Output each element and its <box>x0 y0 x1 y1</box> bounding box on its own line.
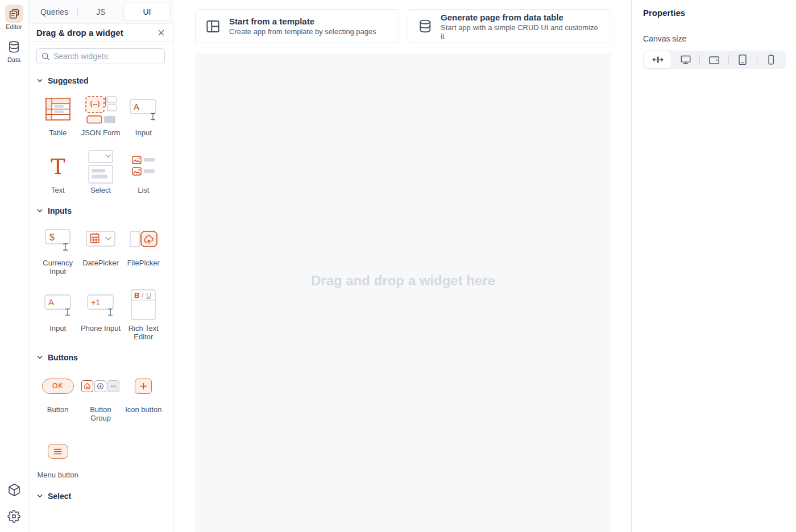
libraries-box-icon[interactable] <box>5 481 23 499</box>
ok-label: OK <box>52 382 63 390</box>
widget-sections: Suggested Table <box>28 64 173 532</box>
widget-input[interactable]: A Input <box>122 93 165 138</box>
button-widget-icon: OK <box>42 369 74 402</box>
widget-rich-text-editor[interactable]: B / U Rich Text Editor <box>122 288 165 341</box>
widget-select[interactable]: Select <box>79 150 122 195</box>
widget-text[interactable]: T Text <box>36 150 79 195</box>
widget-label: FilePicker <box>127 259 160 268</box>
section-label: Buttons <box>48 353 78 362</box>
table-widget-icon <box>42 93 74 126</box>
canvas-size-segmented-control <box>643 51 786 69</box>
search-input[interactable] <box>53 52 160 61</box>
widget-label: Input <box>49 325 66 333</box>
card-text: Generate page from data table Start app … <box>441 13 601 40</box>
input-widget-icon: A <box>127 93 159 126</box>
canvas-size-mobile-button[interactable] <box>757 51 785 68</box>
template-layout-icon <box>205 19 221 34</box>
widget-table[interactable]: Table <box>36 93 79 138</box>
svg-text:B: B <box>134 291 139 300</box>
canvas-dropzone[interactable]: Drag and drop a widget here <box>195 53 611 532</box>
editor-pages-icon <box>5 5 23 23</box>
widget-button[interactable]: OK Button <box>36 369 79 422</box>
sidebar-item-label: Editor <box>6 23 22 30</box>
widget-json-form[interactable]: JSON Form <box>79 93 122 138</box>
chevron-down-icon <box>36 493 43 500</box>
main-area: Start from a template Create app from te… <box>173 0 631 532</box>
card-subtitle: Start app with a simple CRUD UI and cust… <box>441 23 601 40</box>
widget-label: JSON Form <box>81 129 121 138</box>
json-form-widget-icon <box>84 93 118 126</box>
canvas-size-tablet-landscape-button[interactable] <box>700 51 728 68</box>
list-widget-icon <box>127 150 159 183</box>
widget-datepicker[interactable]: DatePicker <box>79 223 122 276</box>
widget-label: Icon button <box>125 406 161 414</box>
svg-text:/: / <box>142 291 144 300</box>
widget-input-2[interactable]: A Input <box>36 288 79 341</box>
widget-grid-inputs: $ Currency Input <box>36 223 165 341</box>
icon-button-widget-icon <box>135 369 152 402</box>
menu-button-widget-icon <box>48 435 68 468</box>
home-icon <box>81 380 93 392</box>
card-title: Generate page from data table <box>441 13 601 22</box>
widget-panel: Queries JS UI Drag & drop a widget Su <box>28 0 173 532</box>
datepicker-widget-icon <box>85 223 117 256</box>
svg-text:$: $ <box>49 232 55 242</box>
section-header-buttons[interactable]: Buttons <box>36 353 165 362</box>
canvas-size-fluid-button[interactable] <box>644 51 671 68</box>
left-rail: Editor Data <box>0 0 28 532</box>
sidebar-item-data[interactable]: Data <box>5 38 23 63</box>
widget-label: Button Group <box>79 406 122 422</box>
widget-label: DatePicker <box>82 259 119 268</box>
sidebar-item-label: Data <box>7 56 20 63</box>
canvas-size-desktop-button[interactable] <box>671 51 699 68</box>
properties-panel: Properties Canvas size <box>631 0 796 532</box>
widget-filepicker[interactable]: FilePicker <box>122 223 165 276</box>
sidebar-item-editor[interactable]: Editor <box>5 5 23 30</box>
settings-gear-icon[interactable] <box>5 507 23 525</box>
section-header-select[interactable]: Select <box>36 492 165 501</box>
tablet-landscape-icon <box>708 53 720 66</box>
tab-queries[interactable]: Queries <box>31 3 77 20</box>
start-from-template-card[interactable]: Start from a template Create app from te… <box>195 9 399 43</box>
widget-icon-button[interactable]: Icon button <box>122 369 165 422</box>
desktop-icon <box>679 53 692 66</box>
button-group-widget-icon <box>81 369 119 402</box>
app-root: Editor Data <box>0 0 796 532</box>
canvas-size-label: Canvas size <box>643 34 786 43</box>
tab-ui[interactable]: UI <box>124 3 170 20</box>
section-label: Suggested <box>48 76 89 85</box>
canvas-size-tablet-button[interactable] <box>729 51 757 68</box>
fluid-width-icon <box>652 53 664 66</box>
widget-menu-button[interactable]: Menu button <box>36 435 79 480</box>
card-title: Start from a template <box>229 16 376 26</box>
chevron-down-icon <box>36 77 43 84</box>
card-subtitle: Create app from template by selecting pa… <box>229 27 376 36</box>
tablet-icon <box>736 53 749 66</box>
properties-title: Properties <box>643 8 786 18</box>
section-header-inputs[interactable]: Inputs <box>36 206 165 215</box>
filepicker-widget-icon <box>127 223 159 256</box>
widget-label: Phone Input <box>81 325 121 333</box>
widget-currency-input[interactable]: $ Currency Input <box>36 223 79 276</box>
widget-phone-input[interactable]: +1 Phone Input <box>79 288 122 341</box>
hamburger-icon <box>53 448 62 455</box>
panel-title: Drag & drop a widget <box>36 28 123 38</box>
tab-js[interactable]: JS <box>78 3 124 20</box>
widget-label: List <box>138 186 149 195</box>
svg-text:A: A <box>134 102 139 111</box>
panel-header: Drag & drop a widget <box>28 24 173 41</box>
widget-search <box>36 48 165 64</box>
close-icon[interactable] <box>157 29 165 36</box>
section-label: Select <box>48 492 71 501</box>
currency-input-widget-icon: $ <box>42 223 74 256</box>
widget-list[interactable]: List <box>122 150 165 195</box>
widget-label: Menu button <box>38 471 78 480</box>
section-header-suggested[interactable]: Suggested <box>36 76 165 85</box>
widget-label: Text <box>51 186 65 195</box>
generate-from-data-card[interactable]: Generate page from data table Start app … <box>408 9 612 43</box>
svg-text:T: T <box>51 154 65 179</box>
widget-button-group[interactable]: Button Group <box>79 369 122 422</box>
database-icon <box>418 19 433 34</box>
explorer-tabbar: Queries JS UI <box>28 0 173 24</box>
starter-cards: Start from a template Create app from te… <box>173 0 631 43</box>
